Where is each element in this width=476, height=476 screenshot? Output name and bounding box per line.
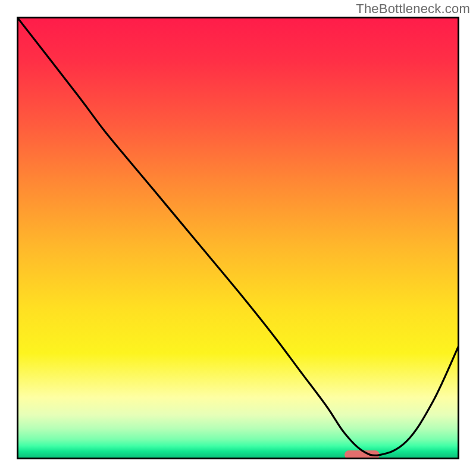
plot-area bbox=[17, 17, 459, 459]
chart-container: TheBottleneck.com bbox=[0, 0, 476, 476]
curve-path bbox=[17, 17, 459, 455]
watermark-text: TheBottleneck.com bbox=[356, 1, 470, 17]
bottleneck-curve bbox=[17, 17, 459, 459]
